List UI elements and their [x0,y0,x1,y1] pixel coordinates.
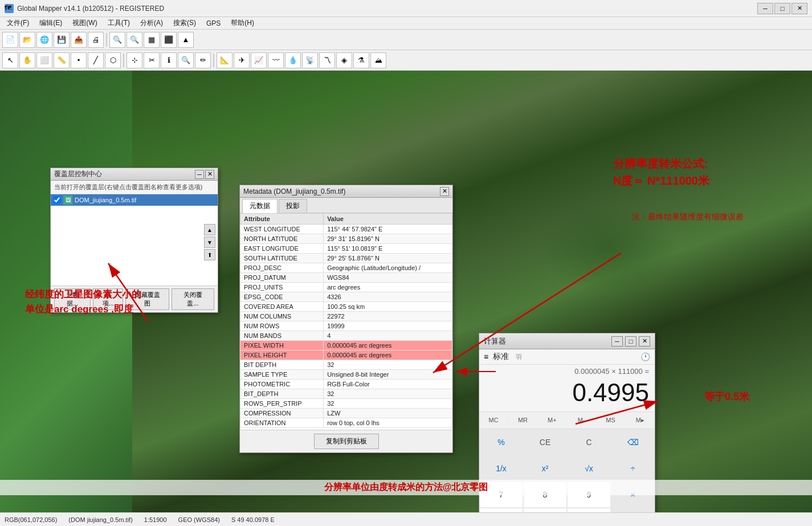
export-tool[interactable]: 📤 [71,32,87,48]
zoom-in-tool[interactable]: 🔍 [109,32,125,48]
calc-history-icon[interactable]: 🕐 [640,352,650,361]
calc-menu-icon[interactable]: ≡ [484,352,488,361]
metadata-title: Metadata (DOM_jiujiang_0.5m.tif) [243,187,440,195]
terrain-tool[interactable]: ⛰ [370,52,386,68]
calc-mc-btn[interactable]: MC [479,412,508,429]
calc-key-CE[interactable]: CE [523,429,567,455]
attr-cell: SOUTH LATITUDE [240,254,324,263]
print-tool[interactable]: 🖨 [88,32,104,48]
calc-key-4[interactable]: 4 [479,508,523,512]
zoom-out-tool[interactable]: 🔍 [127,32,142,48]
calc-key-C[interactable]: C [567,429,611,455]
menu-view[interactable]: 视图(W) [68,17,101,29]
fly-tool[interactable]: ✈ [234,52,250,68]
calc-key-6[interactable]: 6 [567,508,611,512]
digitize-tool[interactable]: ✏ [195,52,211,68]
stream-tool[interactable]: 〽 [319,52,335,68]
calc-key-x[interactable]: − [611,508,655,512]
draw-point-tool[interactable]: • [71,52,87,68]
new-tool[interactable]: 📄 [2,32,18,48]
attr-cell: NUM COLUMNS [240,312,324,321]
copy-button[interactable]: 复制到剪贴板 [314,434,379,449]
measure-tool[interactable]: 📏 [54,52,70,68]
close-overlay-button[interactable]: 关闭覆盖... [172,288,214,310]
maximize-button[interactable]: □ [774,3,790,14]
open-tool[interactable]: 📂 [19,32,35,48]
metadata-close-btn[interactable]: ✕ [440,187,449,196]
value-cell: Geographic (Latitude/Longitude) / [324,263,452,273]
move-up-button[interactable]: ▲ [204,224,215,235]
calc-key-xx[interactable]: √x [567,455,611,482]
zoom-rect-tool[interactable]: ⬜ [36,52,52,68]
overlay-close-btn[interactable]: ✕ [205,170,214,179]
overlay-layer-list[interactable]: 🖼 DOM_jiujiang_0.5m.tif [51,194,218,286]
menu-analysis[interactable]: 分析(A) [136,17,168,29]
menu-search[interactable]: 搜索(S) [169,17,201,29]
tab-metadata[interactable]: 元数据 [242,199,278,213]
layer-checkbox[interactable] [53,196,61,204]
3d-view-tool[interactable]: 📐 [217,52,232,68]
calc-key-x[interactable]: ÷ [611,455,655,482]
calc-key-xx[interactable]: x² [523,455,567,482]
layer-tool[interactable]: ▦ [144,32,160,48]
edit-vertices-tool[interactable]: ⊹ [127,52,142,68]
calc-minimize-btn[interactable]: ─ [611,336,623,346]
calc-key-1xx[interactable]: 1/x [479,455,523,482]
pan-tool[interactable]: ✋ [19,52,35,68]
calculator-titlebar[interactable]: 计算器 ─ □ ✕ [479,333,655,349]
minimize-button[interactable]: ─ [757,3,773,14]
globe-tool[interactable]: 🌐 [36,32,52,48]
calculator-buttons: %CEC⌫1/xx²√x÷789×456−123++/-0.= [479,429,655,512]
overlay-layer-item[interactable]: 🖼 DOM_jiujiang_0.5m.tif [51,194,218,206]
value-cell: 32 [324,389,452,399]
calc-key-5[interactable]: 5 [523,508,567,512]
calc-mrecall-btn[interactable]: M▸ [626,412,655,429]
calculator-toolbar: ≡ 标准 羽 🕐 [479,349,655,365]
calc-close-btn[interactable]: ✕ [639,336,650,346]
lidar-tool[interactable]: ◈ [336,52,352,68]
watershed-tool[interactable]: 💧 [285,52,301,68]
attr-cell: ORIENTATION [240,418,324,428]
gps-follow-tool[interactable]: 📡 [302,52,318,68]
tab-projection[interactable]: 投影 [279,199,307,213]
menu-help[interactable]: 帮助(H) [226,17,259,29]
metadata-titlebar[interactable]: Metadata (DOM_jiujiang_0.5m.tif) ✕ [240,185,452,198]
table-row: NORTH LATITUDE29° 31' 15.8196" N [240,234,452,244]
attr-cell: SAMPLE TYPE [240,370,324,380]
select-tool[interactable]: ↖ [2,52,18,68]
overlay-minimize-btn[interactable]: ─ [195,170,204,179]
menu-gps[interactable]: GPS [202,18,225,28]
overlay-panel-titlebar[interactable]: 覆盖层控制中心 ─ ✕ [51,168,218,181]
calc-key-x[interactable]: ⌫ [611,429,655,455]
feature-info-tool[interactable]: ℹ [161,52,177,68]
move-top-button[interactable]: ⬆ [204,249,215,260]
calc-mminus-btn[interactable]: M- [567,412,596,429]
window-controls: ─ □ ✕ [757,3,807,14]
contour-tool[interactable]: 〰 [268,52,284,68]
metadata-table: Attribute Value WEST LONGITUDE115° 44' 5… [240,213,452,428]
profile-tool[interactable]: 📈 [251,52,267,68]
search-feature-tool[interactable]: 🔍 [178,52,194,68]
vector-tool[interactable]: ▲ [178,32,194,48]
raster-tool[interactable]: ⬛ [161,32,177,48]
status-layer: (DOM jiujiang_0.5m.tif) [68,516,132,523]
draw-line-tool[interactable]: ╱ [88,52,104,68]
menu-file[interactable]: 文件(F) [2,17,34,29]
metadata-table-container[interactable]: Attribute Value WEST LONGITUDE115° 44' 5… [240,213,452,430]
delete-tool[interactable]: ✂ [144,52,160,68]
calc-mr-btn[interactable]: MR [508,412,537,429]
calc-maximize-btn[interactable]: □ [625,336,636,346]
main-area: 分辨率度转米公式: N度＝ N*111000米 注：最终结果随维度有细微误差 经… [0,71,812,512]
draw-area-tool[interactable]: ⬡ [105,52,121,68]
attr-cell: EPSG_CODE [240,292,324,302]
calc-key-x[interactable]: % [479,429,523,455]
analysis2-tool[interactable]: ⚗ [353,52,369,68]
save-tool[interactable]: 💾 [54,32,70,48]
value-cell: Unsigned 8-bit Integer [324,370,452,380]
move-down-button[interactable]: ▼ [204,237,215,248]
close-button[interactable]: ✕ [791,3,807,14]
menu-edit[interactable]: 编辑(E) [35,17,67,29]
calc-mplus-btn[interactable]: M+ [538,412,567,429]
menu-tools[interactable]: 工具(T) [103,17,134,29]
calc-ms-btn[interactable]: MS [596,412,625,429]
